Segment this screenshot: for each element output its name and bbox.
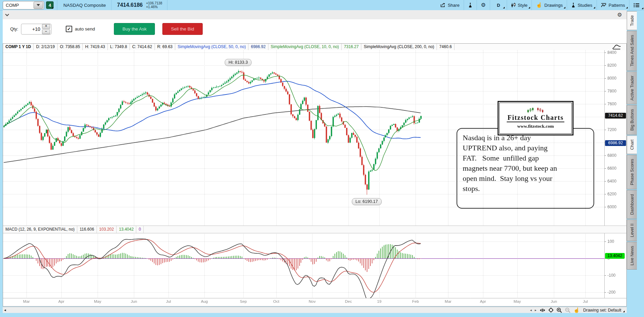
corner-triangle-icon xyxy=(626,7,628,8)
chart-style-quick-icon[interactable] xyxy=(612,44,621,49)
quantity-value: +10 xyxy=(21,26,42,32)
pattern-zigzag-icon xyxy=(601,3,607,7)
chart-range: R: 69.63 xyxy=(155,44,175,50)
watchlist-count: 4 xyxy=(48,3,51,8)
chart-settings-button[interactable]: ⚙ xyxy=(478,0,489,10)
list-menu-icon xyxy=(633,3,639,7)
sell-the-bid-button[interactable]: Sell the Bid xyxy=(162,23,202,35)
annotation-note[interactable]: Nasdaq is in a 26+ day UPTREND also, and… xyxy=(457,128,594,209)
sidebar-tab-trade[interactable]: Trade xyxy=(627,11,637,30)
sidebar-tab-label: Phase Scores xyxy=(630,155,635,189)
sidebar-tab-label: Trade xyxy=(630,12,635,30)
corner-triangle-icon xyxy=(564,7,565,8)
auto-send-checkbox[interactable]: ✓ xyxy=(66,26,72,32)
sma50-value: 6986.92 xyxy=(248,44,268,50)
patterns-label: Patterns xyxy=(609,3,625,8)
corner-triangle-icon xyxy=(503,7,505,8)
symbol-description: NASDAQ Composite xyxy=(63,3,106,8)
drawings-label: Drawings xyxy=(544,3,563,8)
style-button[interactable]: Style xyxy=(508,0,531,10)
sidebar-tab-active-trader[interactable]: Active Trader xyxy=(627,71,637,105)
fit-width-icon[interactable] xyxy=(540,308,545,312)
sidebar-tab-label: Active Trader xyxy=(630,72,635,104)
toolbar-divider xyxy=(111,0,112,10)
flask-icon xyxy=(571,2,576,8)
macd-axis-badge: 13.4042 xyxy=(605,253,625,259)
hand-tool-icon[interactable]: ☝ xyxy=(573,307,580,313)
share-icon xyxy=(440,3,446,7)
sma50-axis-badge: 6986.92 xyxy=(605,140,626,146)
corner-triangle-icon xyxy=(623,311,625,312)
gear-icon[interactable]: ⚙ xyxy=(617,12,622,18)
chevron-down-icon[interactable] xyxy=(5,14,9,16)
scroll-left-icon[interactable]: ◂ xyxy=(4,308,6,312)
sma10-label[interactable]: SimpleMovingAvg (CLOSE, 10, 0, no) xyxy=(268,44,342,50)
pan-right-icon[interactable]: ▸ xyxy=(535,308,537,312)
checkmark-icon: ✓ xyxy=(67,26,71,31)
toolbar-divider xyxy=(167,0,167,10)
collapse-toolbar-row: ⚙ xyxy=(3,10,627,20)
sidebar-tab-label: Dashboard xyxy=(630,190,635,218)
macd-zero-value: 0 xyxy=(136,226,144,233)
quantity-increase-button[interactable]: + xyxy=(42,24,50,29)
sidebar-tab-level-ii[interactable]: Level II xyxy=(627,219,637,241)
chart-date: D: 2/12/19 xyxy=(34,44,57,50)
price-change: +106.7138 +1.46% xyxy=(146,1,162,9)
macd-avg-value: 103.202 xyxy=(97,226,117,233)
zoom-out-icon[interactable] xyxy=(565,308,570,313)
symbol-combo-dropdown-button[interactable] xyxy=(34,2,43,9)
patterns-button[interactable]: Patterns xyxy=(598,0,628,10)
sma200-label[interactable]: SimpleMovingAvg (CLOSE, 200, 0, no) xyxy=(361,44,437,50)
chart-low: L: 7349.8 xyxy=(108,44,130,50)
macd-header: MACD (12, 26, 9, EXPONENTIAL, no) 116.60… xyxy=(3,226,626,233)
corner-triangle-icon xyxy=(528,7,530,8)
sidebar-tab-big-buttons[interactable]: Big Buttons xyxy=(627,105,637,135)
chart-menu-button[interactable] xyxy=(630,0,644,10)
pan-left-icon[interactable]: ◂ xyxy=(530,308,532,312)
price-change-pct: +1.46% xyxy=(146,5,162,9)
header-spacer xyxy=(455,44,626,50)
logo-candles-icon xyxy=(527,107,544,113)
sma200-value: 7460.6 xyxy=(437,44,455,50)
buy-the-ask-button[interactable]: Buy the Ask xyxy=(114,23,155,35)
studies-button[interactable]: Studies xyxy=(568,0,596,10)
fitzstock-logo-box[interactable]: Fitzstock Charts www.fitzstock.com xyxy=(498,101,573,135)
crosshair-icon[interactable] xyxy=(548,308,554,313)
sidebar-tab-live-news[interactable]: Live News xyxy=(627,242,637,270)
quantity-stepper[interactable]: +10 + − xyxy=(21,24,52,35)
top-toolbar: COMP 4 NASDAQ Composite 7414.6186 +106.7… xyxy=(0,0,644,10)
drawing-set-selector[interactable]: Drawing set: Default xyxy=(583,308,625,313)
share-button[interactable]: Share xyxy=(437,0,463,10)
quantity-decrease-button[interactable]: − xyxy=(42,29,50,34)
sidebar-tab-times-and-sales[interactable]: Times And Sales xyxy=(627,31,637,70)
chart-open: O: 7358.85 xyxy=(58,44,83,50)
symbol-combo[interactable]: COMP xyxy=(3,1,44,9)
sma10-value: 7316.27 xyxy=(342,44,361,50)
drawings-button[interactable]: ☝ Drawings xyxy=(532,0,566,10)
chart-symbol-timeframe: COMP 1 Y 1D xyxy=(3,44,34,50)
sidebar-tab-label: Big Buttons xyxy=(630,105,635,134)
corner-triangle-icon xyxy=(52,7,53,8)
analysis-tools-button[interactable] xyxy=(465,0,476,10)
qty-label: Qty: xyxy=(10,26,18,31)
sidebar-tab-phase-scores[interactable]: Phase Scores xyxy=(627,155,637,189)
style-label: Style xyxy=(518,3,527,8)
sidebar-tab-chart[interactable]: Chart xyxy=(627,135,637,154)
zoom-in-icon[interactable] xyxy=(557,308,562,313)
hand-pointer-icon: ☝ xyxy=(536,2,542,8)
sidebar-tab-label: Times And Sales xyxy=(630,31,635,70)
timeframe-button[interactable]: D xyxy=(491,0,506,10)
high-marker-bubble: Hi: 8133.3 xyxy=(225,59,251,66)
timeframe-label: D xyxy=(497,3,500,8)
right-gadget-sidebar: TradeTimes And SalesActive TraderBig But… xyxy=(627,10,638,316)
last-price-axis-badge: 7414.62 xyxy=(605,113,626,119)
toolbar-divider xyxy=(567,0,567,10)
macd-value: 116.606 xyxy=(77,226,97,233)
sma50-label[interactable]: SimpleMovingAvg (CLOSE, 50, 0, no) xyxy=(175,44,248,50)
macd-label[interactable]: MACD (12, 26, 9, EXPONENTIAL, no) xyxy=(3,226,77,233)
toolbar-divider xyxy=(597,0,597,10)
toolbar-divider xyxy=(507,0,507,10)
sidebar-tab-dashboard[interactable]: Dashboard xyxy=(627,190,637,219)
order-entry-bar: Qty: +10 + − ✓ auto send Buy the Ask Sel… xyxy=(3,19,627,43)
watchlist-count-badge[interactable]: 4 xyxy=(46,1,54,9)
